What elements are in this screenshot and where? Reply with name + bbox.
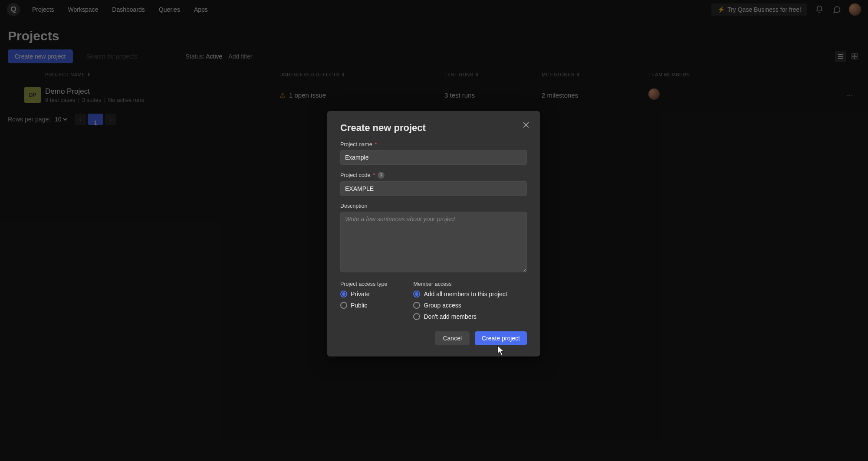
input-project-code[interactable] xyxy=(340,181,527,196)
access-type-label: Project access type xyxy=(340,281,387,287)
radio-dot-icon xyxy=(413,291,420,298)
field-project-name: Project name * xyxy=(340,141,527,165)
required-marker: * xyxy=(373,172,375,178)
help-icon[interactable]: ? xyxy=(378,172,385,179)
label-description: Description xyxy=(340,203,368,209)
radio-dont-add[interactable]: Don't add members xyxy=(413,313,507,320)
access-radio-groups: Project access type Private Public Membe… xyxy=(340,281,527,324)
radio-add-all[interactable]: Add all members to this project xyxy=(413,291,507,298)
radio-label: Public xyxy=(351,302,367,309)
project-access-type-group: Project access type Private Public xyxy=(340,281,387,324)
modal-footer: Cancel Create project xyxy=(340,331,527,345)
radio-public[interactable]: Public xyxy=(340,302,387,309)
member-access-group: Member access Add all members to this pr… xyxy=(413,281,507,324)
radio-dot-icon xyxy=(340,291,347,298)
input-project-name[interactable] xyxy=(340,150,527,165)
input-description[interactable] xyxy=(340,212,527,272)
radio-label: Don't add members xyxy=(424,313,477,320)
cancel-button[interactable]: Cancel xyxy=(435,331,470,345)
create-project-modal: Create new project Project name * Projec… xyxy=(327,111,540,356)
radio-private[interactable]: Private xyxy=(340,291,387,298)
radio-label: Group access xyxy=(424,302,461,309)
field-project-code: Project code * ? xyxy=(340,172,527,196)
radio-label: Add all members to this project xyxy=(424,291,507,298)
radio-dot-icon xyxy=(413,313,420,320)
radio-label: Private xyxy=(351,291,370,298)
label-project-name: Project name xyxy=(340,141,372,147)
radio-dot-icon xyxy=(413,302,420,309)
required-marker: * xyxy=(375,141,377,147)
create-project-submit-button[interactable]: Create project xyxy=(475,331,527,345)
modal-title: Create new project xyxy=(340,122,527,134)
field-description: Description xyxy=(340,203,527,274)
radio-dot-icon xyxy=(340,302,347,309)
close-icon[interactable] xyxy=(520,119,532,131)
member-access-label: Member access xyxy=(413,281,507,287)
label-project-code: Project code xyxy=(340,172,370,178)
radio-group-access[interactable]: Group access xyxy=(413,302,507,309)
